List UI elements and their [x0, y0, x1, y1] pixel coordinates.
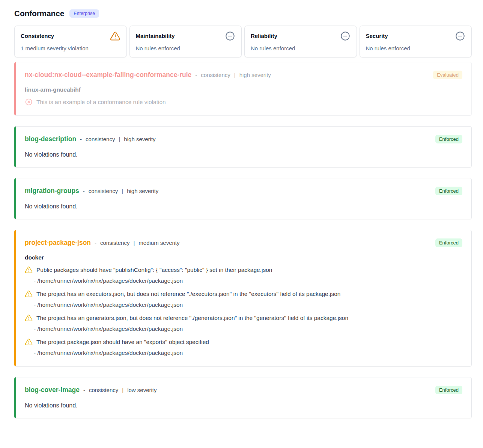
rule-header: nx-cloud:nx-cloud--example-failing-confo…	[25, 70, 462, 80]
summary-card-top: Security	[366, 31, 466, 41]
rule-header: blog-cover-image - consistency | low sev…	[25, 385, 462, 395]
minus-circle-icon	[455, 31, 465, 41]
rule-card: migration-groups - consistency | high se…	[14, 178, 472, 219]
rule-name-link[interactable]: migration-groups	[25, 187, 79, 195]
warning-icon	[110, 31, 120, 41]
rule-severity: medium severity	[138, 240, 179, 246]
project-name: docker	[25, 254, 462, 261]
rule-dash-separator: -	[83, 188, 85, 194]
rule-card: blog-description - consistency | high se…	[14, 126, 472, 167]
rule-pipe-separator: |	[122, 188, 123, 194]
violation-item: The project package.json should have an …	[25, 338, 462, 357]
summary-card-status: 1 medium severity violation	[21, 45, 120, 51]
rule-meta: consistency | high severity	[89, 188, 159, 194]
x-circle-icon	[25, 98, 33, 106]
summary-card-title: Security	[366, 31, 388, 39]
rule-name-link[interactable]: blog-cover-image	[25, 386, 80, 394]
page-header: Conformance Enterprise	[14, 9, 472, 18]
violation-path: - /home/runner/work/nx/nx/packages/docke…	[34, 349, 462, 357]
rule-category: consistency	[89, 387, 118, 393]
rule-body: No violations found.	[25, 402, 462, 409]
summary-card-top: Reliability	[251, 31, 351, 41]
rule-dash-separator: -	[80, 136, 82, 142]
rule-header: project-package-json - consistency | med…	[25, 238, 462, 247]
rule-category: consistency	[100, 240, 129, 246]
conformance-page: Conformance Enterprise Consistency 1 med…	[0, 0, 483, 433]
violation-message: This is an example of a conformance rule…	[36, 98, 166, 106]
summary-card: Consistency 1 medium severity violation	[14, 26, 127, 57]
rule-pipe-separator: |	[234, 72, 236, 78]
rule-status-badge: Enforced	[435, 135, 462, 143]
rules-list: nx-cloud:nx-cloud--example-failing-confo…	[14, 62, 472, 418]
violation-item: This is an example of a conformance rule…	[25, 98, 462, 106]
rule-header: migration-groups - consistency | high se…	[25, 186, 462, 196]
no-violations-text: No violations found.	[25, 203, 462, 210]
rule-card: nx-cloud:nx-cloud--example-failing-confo…	[14, 62, 472, 116]
violation-item: Public packages should have "publishConf…	[25, 266, 462, 285]
rule-meta: consistency | high severity	[86, 136, 156, 142]
violations-list: Public packages should have "publishConf…	[25, 266, 462, 357]
rule-name-link[interactable]: project-package-json	[25, 239, 91, 247]
rule-severity: high severity	[239, 72, 271, 78]
rule-meta: consistency | low severity	[89, 387, 157, 393]
enterprise-badge: Enterprise	[69, 9, 99, 18]
violation-message: The project package.json should have an …	[36, 338, 209, 346]
violation-path: - /home/runner/work/nx/nx/packages/docke…	[34, 277, 462, 285]
summary-card-title: Maintainability	[136, 31, 175, 39]
summary-card-top: Consistency	[21, 31, 120, 41]
violation-message: The project has an executors.json, but d…	[36, 290, 340, 298]
rule-card: blog-cover-image - consistency | low sev…	[14, 377, 472, 418]
rule-severity: high severity	[124, 136, 155, 142]
rule-body: dockerPublic packages should have "publi…	[25, 254, 462, 357]
rule-status-badge: Enforced	[435, 238, 462, 247]
warning-icon	[25, 338, 33, 346]
project-name: linux-arm-gnueabihf	[25, 86, 462, 93]
rule-card: project-package-json - consistency | med…	[14, 230, 472, 367]
warning-icon	[25, 266, 33, 274]
rule-status-badge: Enforced	[435, 386, 462, 394]
rule-name-link[interactable]: nx-cloud:nx-cloud--example-failing-confo…	[25, 71, 191, 79]
summary-card: Reliability No rules enforced	[244, 26, 357, 57]
summary-card: Security No rules enforced	[360, 26, 472, 57]
summary-card-status: No rules enforced	[251, 45, 351, 51]
rule-status-badge: Enforced	[435, 187, 462, 195]
rule-meta: consistency | high severity	[201, 72, 271, 78]
summary-card-top: Maintainability	[136, 31, 236, 41]
rule-title-group: blog-cover-image - consistency | low sev…	[25, 386, 157, 394]
violations-list: This is an example of a conformance rule…	[25, 98, 462, 106]
minus-circle-icon	[340, 31, 351, 41]
rule-name-link[interactable]: blog-description	[25, 135, 76, 143]
warning-icon	[25, 314, 33, 322]
rule-title-group: project-package-json - consistency | med…	[25, 239, 180, 247]
minus-circle-icon	[225, 31, 235, 41]
violation-message: The project has an generators.json, but …	[36, 314, 348, 322]
rule-meta: consistency | medium severity	[100, 240, 179, 246]
no-violations-text: No violations found.	[25, 402, 462, 409]
summary-row: Consistency 1 medium severity violation …	[14, 26, 472, 57]
rule-dash-separator: -	[83, 387, 85, 393]
violation-item: The project has an executors.json, but d…	[25, 290, 462, 309]
rule-title-group: blog-description - consistency | high se…	[25, 135, 156, 143]
page-title: Conformance	[14, 9, 64, 18]
no-violations-text: No violations found.	[25, 151, 462, 158]
rule-category: consistency	[86, 136, 115, 142]
rule-pipe-separator: |	[119, 136, 120, 142]
rule-header: blog-description - consistency | high se…	[25, 134, 462, 144]
summary-card-title: Consistency	[21, 31, 54, 39]
rule-pipe-separator: |	[133, 240, 135, 246]
summary-card-status: No rules enforced	[366, 45, 466, 51]
summary-card: Maintainability No rules enforced	[129, 26, 242, 57]
rule-dash-separator: -	[95, 240, 96, 246]
rule-body: linux-arm-gnueabihfThis is an example of…	[25, 86, 462, 106]
summary-card-status: No rules enforced	[136, 45, 236, 51]
warning-icon	[25, 290, 33, 298]
rule-body: No violations found.	[25, 151, 462, 158]
rule-title-group: migration-groups - consistency | high se…	[25, 187, 158, 195]
rule-status-badge: Evaluated	[433, 71, 462, 79]
rule-body: No violations found.	[25, 203, 462, 210]
rule-title-group: nx-cloud:nx-cloud--example-failing-confo…	[25, 71, 271, 79]
rule-category: consistency	[201, 72, 230, 78]
violation-path: - /home/runner/work/nx/nx/packages/docke…	[34, 325, 462, 333]
violation-item: The project has an generators.json, but …	[25, 314, 462, 333]
violation-path: - /home/runner/work/nx/nx/packages/docke…	[34, 301, 462, 309]
